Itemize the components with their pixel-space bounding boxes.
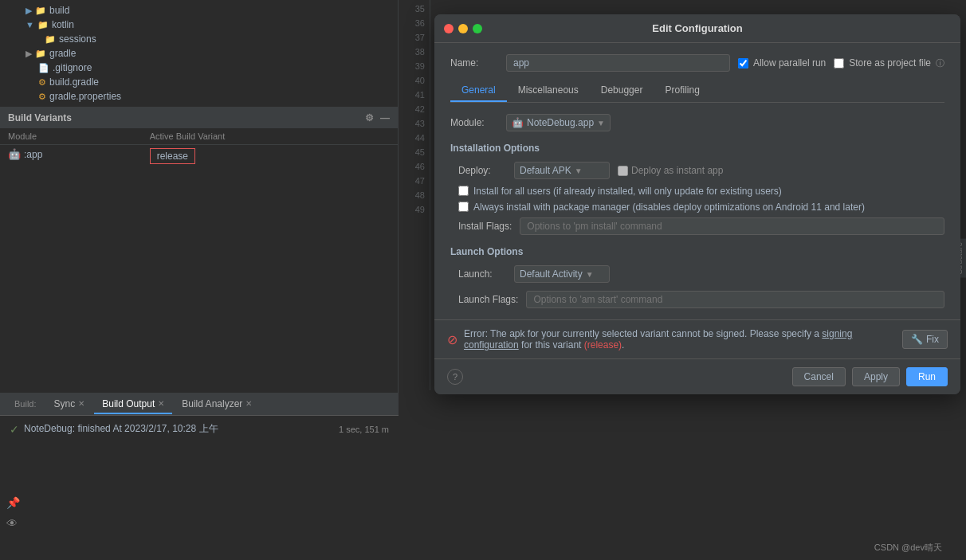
apply-button[interactable]: Apply — [852, 367, 900, 386]
module-label: Module: — [450, 117, 498, 128]
variant-column-header: Active Build Variant — [142, 128, 398, 145]
always-install-checkbox[interactable] — [458, 202, 469, 212]
deploy-chevron-icon: ▼ — [575, 166, 583, 175]
launch-flags-row: Launch Flags: — [450, 291, 944, 308]
tab-build[interactable]: Build: — [6, 396, 45, 413]
tab-general[interactable]: General — [450, 80, 507, 102]
tab-build-output-label: Build Output — [102, 398, 155, 409]
maximize-button[interactable] — [473, 24, 482, 33]
cancel-button[interactable]: Cancel — [792, 367, 846, 386]
always-install-label: Always install with package manager (dis… — [473, 202, 865, 213]
table-row: 🤖 :app release — [0, 145, 398, 168]
file-tree: ▶ 📁 build ▼ 📁 kotlin 📁 sessions ▶ 📁 grad… — [0, 0, 398, 107]
tree-item-sessions[interactable]: 📁 sessions — [0, 32, 398, 46]
watermark: CSDN @dev晴天 — [874, 542, 942, 554]
store-project-row: Store as project file ⓘ — [834, 57, 944, 69]
run-button[interactable]: Run — [906, 367, 948, 386]
left-panel: ▶ 📁 build ▼ 📁 kotlin 📁 sessions ▶ 📁 grad… — [0, 0, 399, 560]
install-flags-row: Install Flags: — [450, 217, 944, 235]
deploy-label: Deploy: — [458, 165, 506, 176]
tab-sync-label: Sync — [54, 398, 76, 409]
deploy-select[interactable]: Default APK ▼ — [514, 162, 610, 179]
tree-item-gradle-properties[interactable]: ⚙ gradle.properties — [0, 89, 398, 104]
install-flags-input[interactable] — [520, 217, 944, 235]
pin-icon[interactable]: 📌 — [6, 496, 20, 509]
install-all-users-row: Install for all users (if already instal… — [450, 186, 944, 197]
launch-row: Launch: Default Activity ▼ — [450, 265, 944, 283]
dialog-tabs: General Miscellaneous Debugger Profiling — [450, 80, 944, 103]
deploy-row: Deploy: Default APK ▼ Deploy as instant … — [450, 162, 944, 179]
name-input[interactable] — [506, 54, 730, 72]
edit-configuration-dialog: Edit Configuration Name: Allow parallel … — [434, 14, 960, 394]
variant-cell[interactable]: release — [142, 145, 398, 168]
launch-select[interactable]: Default Activity ▼ — [514, 265, 610, 283]
fix-button[interactable]: 🔧 Fix — [902, 330, 948, 349]
chevron-down-icon: ▼ — [26, 20, 34, 29]
bottom-panel: Build: Sync ✕ Build Output ✕ Build Analy… — [0, 393, 399, 560]
module-value: NoteDebug.app — [527, 117, 594, 128]
build-variants-table: Module Active Build Variant 🤖 :app relea… — [0, 128, 398, 167]
tree-item-gradle[interactable]: ▶ 📁 gradle — [0, 46, 398, 61]
footer-left: ? — [447, 369, 463, 385]
help-button[interactable]: ? — [447, 369, 463, 385]
tab-debugger[interactable]: Debugger — [590, 80, 654, 102]
tab-build-label: Build: — [14, 399, 37, 409]
release-variant-select[interactable]: release — [150, 148, 195, 164]
tree-item-gitignore[interactable]: 📄 .gitignore — [0, 61, 398, 75]
dialog-body: Name: Allow parallel run Store as projec… — [434, 43, 960, 319]
store-project-checkbox[interactable] — [834, 58, 844, 69]
line-numbers: 35 36 37 38 39 40 41 42 43 44 45 46 47 4… — [399, 0, 430, 390]
instant-app-checkbox[interactable] — [618, 166, 628, 176]
tab-profiling[interactable]: Profiling — [654, 80, 710, 102]
build-duration: 1 sec, 151 m — [339, 425, 389, 434]
always-install-row: Always install with package manager (dis… — [450, 202, 944, 213]
module-column-header: Module — [0, 128, 142, 145]
fix-label: Fix — [926, 334, 939, 345]
minimize-button[interactable] — [458, 24, 468, 33]
bottom-tabs-bar: Build: Sync ✕ Build Output ✕ Build Analy… — [0, 394, 399, 416]
dialog-footer: ? Cancel Apply Run — [434, 358, 960, 394]
launch-label: Launch: — [458, 268, 506, 280]
install-flags-label: Install Flags: — [458, 221, 512, 232]
tree-item-build[interactable]: ▶ 📁 build — [0, 3, 398, 18]
tree-item-kotlin[interactable]: ▼ 📁 kotlin — [0, 18, 398, 32]
chevron-down-icon: ▼ — [597, 119, 605, 127]
tab-build-output[interactable]: Build Output ✕ — [94, 395, 172, 414]
eye-icon[interactable]: 👁 — [6, 517, 20, 530]
install-all-users-label: Install for all users (if already instal… — [473, 186, 782, 197]
window-controls — [444, 24, 482, 33]
folder-icon: 📁 — [35, 6, 46, 16]
error-icon: ⊘ — [447, 332, 457, 347]
install-all-users-checkbox[interactable] — [458, 186, 469, 196]
chevron-right-icon: ▶ — [26, 6, 32, 16]
close-sync-icon[interactable]: ✕ — [78, 399, 84, 408]
launch-flags-label: Launch Flags: — [458, 294, 518, 305]
close-build-analyzer-icon[interactable]: ✕ — [245, 399, 252, 408]
build-variants-panel: Build Variants ⚙ — Module Active Build V… — [0, 107, 398, 167]
check-icon: ✓ — [10, 423, 19, 436]
gradle-file-icon: ⚙ — [38, 77, 46, 88]
allow-parallel-checkbox[interactable] — [738, 58, 748, 69]
android-icon: 🤖 — [8, 148, 21, 160]
launch-flags-input[interactable] — [526, 291, 944, 308]
settings-icon[interactable]: ⚙ — [365, 112, 374, 123]
dialog-titlebar: Edit Configuration — [434, 14, 960, 43]
tree-item-build-gradle[interactable]: ⚙ build.gradle — [0, 75, 398, 89]
tab-miscellaneous[interactable]: Miscellaneous — [507, 80, 590, 102]
close-button[interactable] — [444, 24, 454, 33]
tab-build-analyzer[interactable]: Build Analyzer ✕ — [174, 395, 260, 414]
fix-icon: 🔧 — [911, 334, 923, 345]
close-build-output-icon[interactable]: ✕ — [158, 399, 164, 408]
folder-icon-sessions: 📁 — [45, 34, 56, 45]
module-select[interactable]: 🤖 NoteDebug.app ▼ — [506, 114, 611, 131]
minimize-icon[interactable]: — — [380, 112, 390, 123]
build-success-row: ✓ NoteDebug: finished At 2023/2/17, 10:2… — [10, 422, 389, 436]
folder-icon-gradle: 📁 — [35, 49, 46, 59]
deploy-value: Default APK — [520, 165, 571, 176]
installation-options-header: Installation Options — [450, 143, 944, 154]
allow-parallel-row: Allow parallel run — [738, 57, 826, 69]
bottom-content: ✓ NoteDebug: finished At 2023/2/17, 10:2… — [0, 416, 399, 442]
tab-sync[interactable]: Sync ✕ — [46, 395, 93, 414]
launch-value: Default Activity — [520, 268, 583, 280]
dialog-title: Edit Configuration — [652, 22, 742, 34]
